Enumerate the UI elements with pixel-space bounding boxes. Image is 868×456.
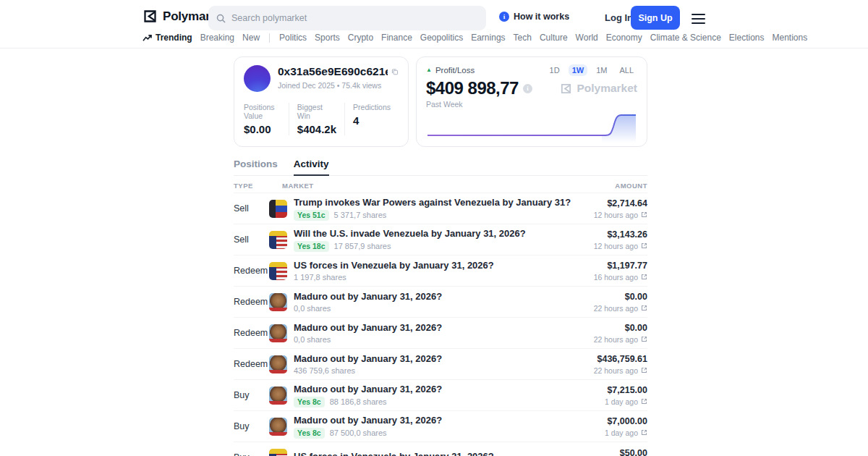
nav-item-geopolitics[interactable]: Geopolitics [420, 33, 463, 43]
menu-icon[interactable] [692, 14, 705, 27]
activity-row[interactable]: Buy Maduro out by January 31, 2026? Yes … [234, 379, 647, 410]
shares-label: 0,0 shares [294, 335, 331, 344]
nav-item-earnings[interactable]: Earnings [471, 33, 505, 43]
nav-item-trending[interactable]: Trending [142, 33, 192, 43]
sign-up-button[interactable]: Sign Up [631, 6, 680, 30]
activity-row[interactable]: Sell Trump invokes War Powers against Ve… [234, 193, 647, 224]
profile-joined-views: Joined Dec 2025 • 75.4k views [278, 81, 399, 90]
amount: $0.00 [594, 292, 647, 302]
shares-label: 1 197,8 shares [294, 273, 346, 282]
nav-item-climate-science[interactable]: Climate & Science [650, 33, 721, 43]
market-title[interactable]: Maduro out by January 31, 2026? [294, 415, 605, 426]
market-thumbnail [269, 387, 287, 405]
time-label: 1 day ago [605, 428, 638, 437]
activity-row[interactable]: Redeem Maduro out by January 31, 2026? 4… [234, 348, 647, 379]
range-1d[interactable]: 1D [546, 64, 563, 76]
nav-divider [269, 33, 270, 43]
nav-item-politics[interactable]: Politics [279, 33, 307, 43]
outcome-badge: Yes 8c [294, 428, 325, 439]
activity-row[interactable]: Redeem Maduro out by January 31, 2026? 0… [234, 286, 647, 317]
market-title[interactable]: Will the U.S. invade Venezuela by Januar… [294, 228, 594, 239]
nav-item-world[interactable]: World [576, 33, 598, 43]
market-thumbnail [269, 293, 287, 311]
market-thumbnail [269, 324, 287, 342]
market-title[interactable]: US forces in Venezuela by January 31, 20… [294, 260, 594, 271]
shares-label: 5 371,7 shares [334, 211, 387, 219]
external-link-icon[interactable] [641, 429, 647, 436]
profit-loss-value: $409 898,77 [426, 78, 519, 98]
up-triangle-icon: ▲ [426, 67, 432, 73]
nav-item-mentions[interactable]: Mentions [773, 33, 808, 43]
activity-row[interactable]: Redeem US forces in Venezuela by January… [234, 255, 647, 286]
profile-stats: Positions Value $0.00 Biggest Win $404.2… [244, 103, 399, 135]
nav-item-breaking[interactable]: Breaking [200, 33, 234, 43]
info-icon[interactable]: i [523, 84, 532, 93]
activity-type: Redeem [234, 359, 269, 369]
nav-item-culture[interactable]: Culture [540, 33, 568, 43]
shares-label: 87 500,0 shares [330, 428, 387, 437]
activity-type: Sell [234, 235, 269, 245]
trending-icon [142, 34, 152, 42]
range-1m[interactable]: 1M [592, 64, 610, 76]
nav-item-sports[interactable]: Sports [315, 33, 340, 43]
how-it-works-link[interactable]: i How it works [499, 12, 569, 22]
shares-label: 436 759,6 shares [294, 366, 355, 375]
external-link-icon[interactable] [641, 398, 647, 405]
nav-item-economy[interactable]: Economy [606, 33, 642, 43]
external-link-icon[interactable] [641, 305, 647, 311]
activity-type: Buy [234, 421, 269, 431]
activity-row[interactable]: Redeem Maduro out by January 31, 2026? 0… [234, 317, 647, 348]
nav-item-elections[interactable]: Elections [729, 33, 765, 43]
external-link-icon[interactable] [641, 274, 647, 280]
amount: $0.00 [594, 323, 647, 333]
time-label: 22 hours ago [594, 335, 638, 344]
time-label: 22 hours ago [594, 366, 638, 375]
header: Polymarket Search polymarket i How it wo… [0, 0, 868, 48]
amount: $7,000.00 [605, 416, 647, 426]
search-icon [216, 14, 226, 23]
info-icon: i [499, 12, 509, 22]
market-title[interactable]: Maduro out by January 31, 2026? [294, 384, 605, 394]
nav-item-crypto[interactable]: Crypto [348, 33, 373, 43]
market-thumbnail [269, 418, 287, 436]
external-link-icon[interactable] [641, 336, 647, 342]
profile-tabs: Positions Activity [234, 159, 647, 176]
amount: $1,197.77 [594, 261, 647, 271]
outcome-badge: Yes 18c [294, 241, 329, 252]
nav-item-tech[interactable]: Tech [514, 33, 532, 43]
activity-type: Redeem [234, 266, 269, 276]
avatar [244, 65, 271, 92]
nav-item-new[interactable]: New [242, 33, 260, 43]
activity-type: Buy [234, 452, 269, 456]
external-link-icon[interactable] [641, 242, 647, 249]
activity-row[interactable]: Buy US forces in Venezuela by January 31… [234, 442, 647, 456]
tab-activity[interactable]: Activity [294, 159, 329, 176]
market-thumbnail [269, 355, 287, 373]
market-title[interactable]: Trump invokes War Powers against Venezue… [294, 197, 594, 208]
amount: $3,143.26 [594, 229, 647, 240]
activity-type: Redeem [234, 297, 269, 307]
outcome-badge: Yes 51c [294, 210, 329, 221]
external-link-icon[interactable] [641, 211, 647, 218]
log-in-link[interactable]: Log In [605, 12, 633, 23]
activity-type: Buy [234, 390, 269, 400]
external-link-icon[interactable] [641, 367, 647, 373]
time-label: 16 hours ago [594, 273, 638, 282]
market-title[interactable]: Maduro out by January 31, 2026? [294, 322, 594, 333]
activity-row[interactable]: Sell Will the U.S. invade Venezuela by J… [234, 224, 647, 255]
copy-address-icon[interactable] [391, 67, 399, 76]
market-title[interactable]: US forces in Venezuela by January 31, 20… [294, 451, 620, 456]
time-label: 1 day ago [605, 397, 638, 406]
market-title[interactable]: Maduro out by January 31, 2026? [294, 353, 594, 364]
range-all[interactable]: ALL [616, 64, 637, 76]
nav-item-finance[interactable]: Finance [381, 33, 412, 43]
range-selector: 1D 1W 1M ALL [546, 64, 637, 76]
tab-positions[interactable]: Positions [234, 159, 278, 175]
amount: $50.00 [620, 448, 647, 456]
search-input[interactable]: Search polymarket [208, 6, 486, 30]
market-title[interactable]: Maduro out by January 31, 2026? [294, 291, 594, 302]
shares-label: 17 857,9 shares [334, 242, 391, 250]
activity-row[interactable]: Buy Maduro out by January 31, 2026? Yes … [234, 410, 647, 442]
range-1w[interactable]: 1W [569, 64, 588, 76]
activity-type: Sell [234, 203, 269, 214]
